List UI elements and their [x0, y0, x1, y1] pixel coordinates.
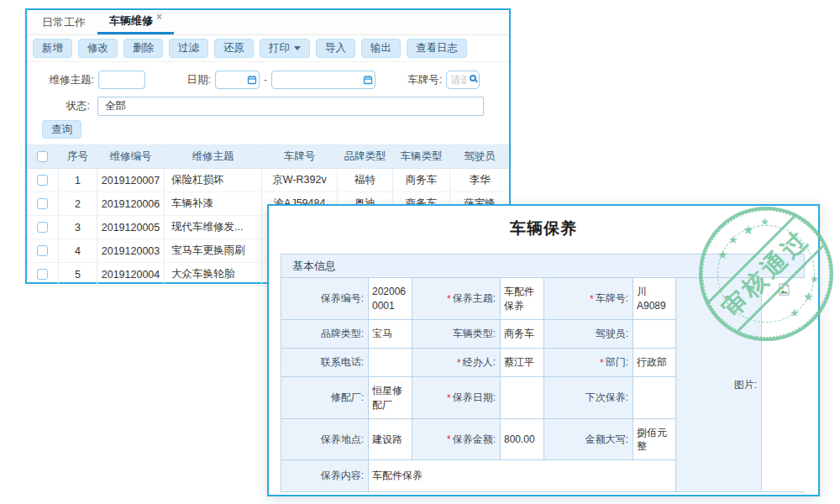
field-value-topic[interactable]: 车配件保养: [501, 278, 544, 320]
field-label-maintain-date: *保养日期:: [412, 377, 501, 419]
col-header-code: 维修编号: [97, 145, 165, 168]
status-filter-row: 状态: 全部: [27, 95, 509, 117]
col-header-driver: 驾驶员: [450, 145, 509, 168]
field-value-vehicle-type[interactable]: 商务车: [501, 320, 544, 349]
repair-topic-link[interactable]: 现代车维修发...: [165, 216, 262, 239]
repair-topic-link[interactable]: 车辆补漆: [165, 192, 262, 215]
repair-code-link[interactable]: 2019120007: [97, 169, 165, 192]
maintenance-dialog: 车辆保养 基本信息 图片: 保养编号: 2020060001 *保养主题: 车配…: [267, 204, 820, 496]
plate-link[interactable]: 京W-R392v: [262, 169, 338, 192]
close-icon[interactable]: ×: [156, 11, 162, 23]
table-row[interactable]: 1 2019120007 保险杠损坏 京W-R392v 福特 商务车 李华: [27, 169, 509, 192]
field-label-maintain-no: 保养编号:: [281, 278, 369, 320]
image-placeholder-icon: [777, 282, 791, 297]
repair-code-link[interactable]: 2019120006: [97, 192, 165, 215]
field-value-next-maintain[interactable]: [633, 377, 676, 419]
row-checkbox[interactable]: [37, 245, 48, 256]
basic-info-panel: 基本信息 图片: 保养编号: 2020060001 *保养主题: 车配件保养 *…: [281, 254, 805, 492]
col-header-plate: 车牌号: [262, 145, 338, 168]
query-row: 查询: [27, 117, 509, 142]
restore-button[interactable]: 还原: [214, 39, 254, 58]
required-marker: *: [447, 433, 451, 445]
tab-vehicle-repair[interactable]: 车辆维修 ×: [97, 10, 174, 34]
field-value-handler[interactable]: 蔡江平: [501, 349, 544, 377]
field-label-handler: *经办人:: [412, 349, 501, 377]
field-label-vehicle-type: 车辆类型:: [412, 320, 501, 349]
tab-bar: 日常工作 车辆维修 ×: [27, 10, 509, 35]
field-label-content: 保养内容:: [281, 460, 369, 491]
repair-topic-link[interactable]: 宝马车更换雨刷: [165, 239, 262, 262]
status-select[interactable]: 全部: [97, 97, 484, 116]
import-button[interactable]: 导入: [316, 39, 355, 58]
print-button[interactable]: 打印: [260, 39, 310, 58]
repair-topic-label: 维修主题:: [27, 73, 94, 87]
filter-row: 维修主题: 日期: - 车牌号:: [27, 66, 509, 93]
date-label: 日期:: [145, 73, 211, 87]
tab-daily-work[interactable]: 日常工作: [30, 10, 97, 34]
select-all-checkbox[interactable]: [37, 151, 48, 162]
edit-button[interactable]: 修改: [78, 39, 118, 58]
delete-button[interactable]: 删除: [123, 39, 163, 58]
filter-button[interactable]: 过滤: [169, 39, 208, 58]
field-value-maintain-no[interactable]: 2020060001: [369, 278, 412, 320]
section-header: 基本信息: [281, 255, 804, 278]
field-value-maintain-date[interactable]: [501, 377, 544, 419]
field-label-repair-shop: 修配厂:: [281, 377, 369, 419]
tab-label: 车辆维修: [109, 13, 153, 29]
row-checkbox[interactable]: [37, 269, 48, 280]
repair-topic-link[interactable]: 大众车换轮胎: [165, 263, 262, 286]
col-header-brand: 品牌类型: [338, 145, 393, 168]
picture-label: 图片:: [676, 278, 762, 491]
repair-code-link[interactable]: 2019120004: [97, 263, 165, 286]
required-marker: *: [457, 357, 461, 369]
field-label-next-maintain: 下次保养:: [544, 377, 633, 419]
tab-label: 日常工作: [42, 15, 86, 30]
field-value-amount[interactable]: 800.00: [501, 419, 544, 460]
dialog-title: 车辆保养: [269, 218, 818, 239]
search-icon[interactable]: [470, 75, 476, 81]
field-value-department[interactable]: 行政部: [633, 349, 676, 377]
export-button[interactable]: 输出: [361, 39, 401, 58]
field-value-plate[interactable]: 川A9089: [633, 278, 676, 320]
field-label-department: *部门:: [544, 349, 633, 377]
field-value-place[interactable]: 建设路: [369, 419, 412, 460]
plate-label: 车牌号:: [395, 73, 442, 87]
driver-link[interactable]: 李华: [450, 169, 509, 192]
chevron-down-icon: [294, 46, 301, 50]
repair-code-link[interactable]: 2019120003: [97, 239, 165, 262]
date-range-separator: -: [264, 74, 267, 86]
field-value-repair-shop[interactable]: 恒星修配厂: [369, 377, 412, 419]
repair-code-link[interactable]: 2019120005: [97, 216, 165, 239]
field-label-phone: 联系电话:: [281, 349, 369, 377]
field-label-brand: 品牌类型:: [281, 320, 369, 349]
field-label-plate: *车牌号:: [544, 278, 633, 320]
date-from-input[interactable]: [215, 71, 260, 89]
field-value-brand[interactable]: 宝马: [369, 320, 412, 349]
row-checkbox[interactable]: [37, 198, 48, 209]
col-header-no: 序号: [59, 145, 97, 168]
repair-topic-link[interactable]: 保险杠损坏: [165, 169, 262, 192]
required-marker: *: [447, 392, 451, 404]
required-marker: *: [590, 293, 594, 305]
field-value-content[interactable]: 车配件保养: [369, 460, 676, 491]
required-marker: *: [600, 357, 604, 369]
date-to-input[interactable]: [271, 71, 375, 89]
field-label-place: 保养地点:: [281, 419, 369, 460]
add-button[interactable]: 新增: [33, 39, 72, 58]
field-label-amount-caps: 金额大写:: [544, 419, 633, 460]
field-value-phone[interactable]: [369, 349, 412, 377]
col-header-topic: 维修主题: [165, 145, 262, 168]
table-header-row: 序号 维修编号 维修主题 车牌号 品牌类型 车辆类型 驾驶员: [27, 145, 509, 169]
col-header-vtype: 车辆类型: [393, 145, 450, 168]
row-checkbox[interactable]: [37, 175, 48, 186]
status-label: 状态:: [27, 99, 90, 113]
field-value-driver[interactable]: [633, 320, 676, 349]
repair-topic-input[interactable]: [98, 71, 145, 89]
query-button[interactable]: 查询: [42, 120, 81, 139]
field-value-amount-caps[interactable]: 捌佰元整: [633, 419, 676, 460]
row-checkbox[interactable]: [37, 222, 48, 233]
picture-cell[interactable]: [762, 278, 806, 491]
required-marker: *: [447, 293, 451, 305]
field-label-amount: *保养金额:: [412, 419, 501, 460]
view-log-button[interactable]: 查看日志: [407, 39, 467, 58]
